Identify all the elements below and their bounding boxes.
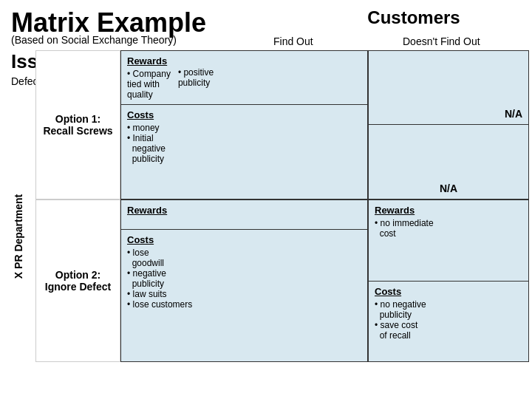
costs-label-right: Costs [375,286,522,297]
costs-content-right: • no negative publicity• save cost of re… [375,299,522,341]
page: Matrix Example Customers (Based on Socia… [0,0,532,399]
subtitle: (Based on Social Exchange Theory) [11,34,177,46]
option2-label: Option 2: Ignore Defect [35,200,120,362]
option1-findout-cell: Rewards • Companytied withquality • posi… [120,50,368,200]
rewards-content-right: • no immediate cost [375,218,522,239]
customers-header: Customers [310,7,517,28]
option2-doesntfind-cell: Rewards • no immediate cost Costs • no n… [368,200,529,362]
rewards-label-2: Rewards [127,205,361,216]
option1-label: Option 1: Recall Screws [35,50,120,200]
costs-content-1: • money• Initial negative publicity [127,123,361,164]
costs-label-2: Costs [127,234,361,245]
option1-doesntfind-cell: N/A N/A [368,50,529,200]
na-top: N/A [505,108,522,120]
rewards-content-1: • Companytied withquality [127,69,171,100]
positive-publicity: • positivepublicity [178,55,214,100]
xpr-department-label: X PR Department [11,103,26,369]
rewards-label-right: Rewards [375,205,522,216]
find-out-label: Find Out [273,35,313,47]
rewards-label-1: Rewards [127,55,171,66]
costs-label-1: Costs [127,109,361,120]
option2-findout-cell: Rewards Costs • lose goodwill• negative … [120,200,368,362]
doesnt-find-out-label: Doesn't Find Out [403,35,480,47]
na-bottom: N/A [440,183,457,194]
costs-content-2: • lose goodwill• negative publicity• law… [127,248,361,310]
